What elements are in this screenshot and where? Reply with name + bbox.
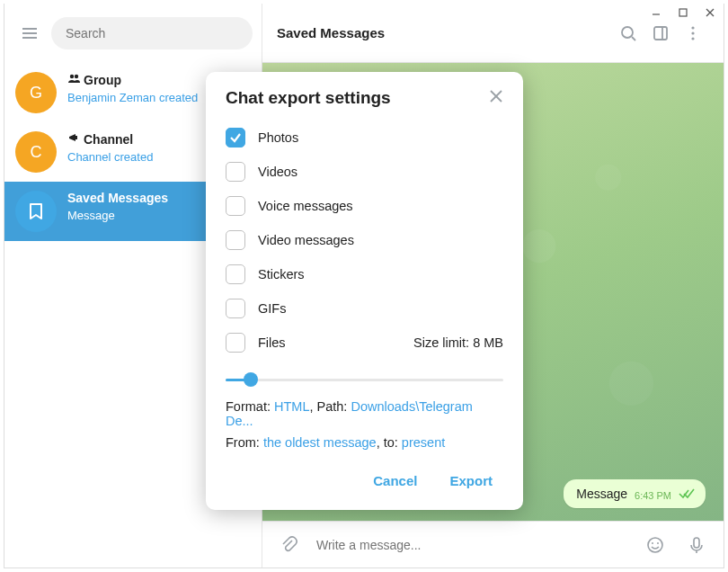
svg-point-17 xyxy=(648,538,662,552)
checkbox[interactable] xyxy=(226,162,245,182)
chat-title: Channel xyxy=(67,131,153,147)
checkbox[interactable] xyxy=(226,333,245,353)
megaphone-icon xyxy=(67,131,80,147)
svg-point-8 xyxy=(75,75,78,78)
message-text: Message xyxy=(576,487,627,501)
option-files[interactable]: Files Size limit: 8 MB xyxy=(226,326,503,360)
modal-title: Chat export settings xyxy=(226,88,391,108)
emoji-icon[interactable] xyxy=(639,529,671,561)
size-limit-slider[interactable] xyxy=(226,360,503,396)
svg-rect-9 xyxy=(75,136,77,139)
checkbox[interactable] xyxy=(226,128,245,147)
app-window: G Group Benjamin Zeman created ✓ C xyxy=(0,0,728,572)
option-label: Photos xyxy=(258,130,503,145)
page-title: Saved Messages xyxy=(277,25,612,40)
option-videos[interactable]: Videos xyxy=(226,155,503,189)
search-icon[interactable] xyxy=(612,17,644,49)
option-label: Stickers xyxy=(258,267,503,282)
svg-point-10 xyxy=(622,27,633,38)
checkbox[interactable] xyxy=(226,230,245,250)
from-to-line: From: the oldest message, to: present xyxy=(226,432,503,453)
chat-export-settings-modal: Chat export settings Photos Videos Voice… xyxy=(206,72,523,510)
svg-line-11 xyxy=(632,37,635,40)
option-label: Video messages xyxy=(258,233,503,247)
checkbox[interactable] xyxy=(226,196,245,216)
format-link[interactable]: HTML xyxy=(274,399,309,414)
svg-point-14 xyxy=(691,26,694,29)
checkbox[interactable] xyxy=(226,299,245,318)
option-video-messages[interactable]: Video messages xyxy=(226,223,503,257)
checkbox[interactable] xyxy=(226,264,245,284)
svg-rect-20 xyxy=(694,538,699,548)
option-label: Voice messages xyxy=(258,199,503,213)
avatar: G xyxy=(15,72,57,113)
search-input[interactable] xyxy=(51,17,253,49)
group-icon xyxy=(67,72,80,87)
bookmark-icon xyxy=(26,201,46,221)
compose-input[interactable] xyxy=(315,537,630,553)
menu-icon[interactable] xyxy=(17,21,42,46)
more-icon[interactable] xyxy=(677,17,709,49)
svg-point-19 xyxy=(657,542,659,544)
option-gifs[interactable]: GIFs xyxy=(226,291,503,326)
to-link[interactable]: present xyxy=(402,435,445,450)
size-limit-label: Size limit: 8 MB xyxy=(413,335,503,350)
option-stickers[interactable]: Stickers xyxy=(226,257,503,291)
export-button[interactable]: Export xyxy=(442,468,500,494)
close-icon[interactable] xyxy=(489,89,503,108)
message-time: 6:43 PM xyxy=(635,490,671,501)
panel-icon[interactable] xyxy=(644,17,677,49)
from-link[interactable]: the oldest message xyxy=(263,435,377,450)
message-bubble[interactable]: Message 6:43 PM xyxy=(564,479,706,508)
compose-bar xyxy=(262,521,724,568)
chat-title: Group xyxy=(67,72,198,87)
cancel-button[interactable]: Cancel xyxy=(366,468,424,494)
chat-subtitle: Message xyxy=(67,209,168,222)
svg-point-15 xyxy=(691,31,694,34)
chat-subtitle: Benjamin Zeman created xyxy=(67,91,198,104)
attach-icon[interactable] xyxy=(273,529,306,561)
chat-title: Saved Messages xyxy=(67,191,168,205)
option-label: GIFs xyxy=(258,301,503,316)
avatar xyxy=(15,191,57,232)
chat-header: Saved Messages xyxy=(262,4,724,63)
mic-icon[interactable] xyxy=(680,529,713,561)
svg-point-18 xyxy=(652,542,653,544)
sidebar-topbar xyxy=(4,4,262,63)
option-label: Videos xyxy=(258,165,503,179)
format-path-line: Format: HTML, Path: Downloads\Telegram D… xyxy=(226,396,503,432)
svg-point-7 xyxy=(70,75,74,78)
svg-point-16 xyxy=(691,37,694,40)
option-voice-messages[interactable]: Voice messages xyxy=(226,189,503,223)
slider-thumb[interactable] xyxy=(244,372,258,387)
avatar: C xyxy=(15,131,57,173)
option-photos[interactable]: Photos xyxy=(226,121,503,155)
chat-subtitle: Channel created xyxy=(67,150,153,164)
svg-rect-12 xyxy=(654,27,667,40)
read-checks-icon xyxy=(679,488,695,501)
option-label: Files xyxy=(258,335,401,350)
